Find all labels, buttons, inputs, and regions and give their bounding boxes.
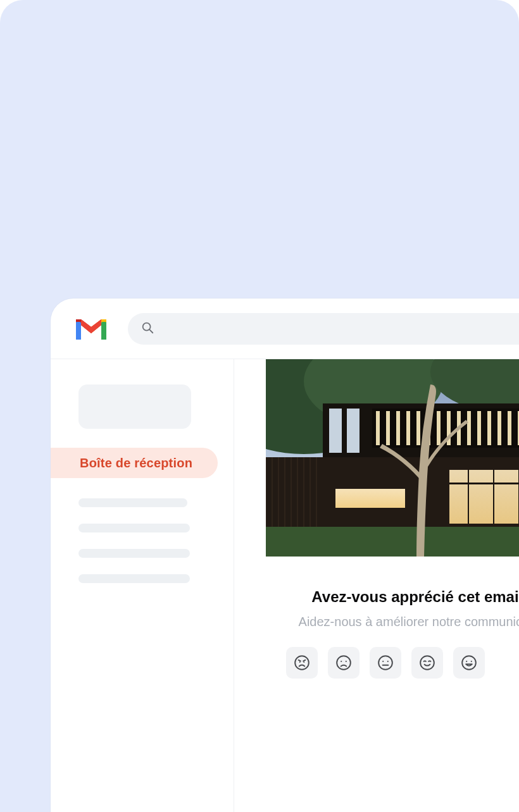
sidebar-placeholder-items	[51, 498, 234, 583]
svg-rect-25	[335, 489, 405, 508]
rating-neutral-button[interactable]	[370, 647, 401, 679]
face-angry-icon	[294, 655, 310, 671]
sidebar-item-placeholder[interactable]	[78, 549, 190, 558]
svg-rect-36	[386, 411, 390, 445]
svg-rect-32	[449, 483, 519, 484]
svg-rect-26	[449, 470, 519, 524]
topbar	[51, 298, 519, 359]
rating-very-good-button[interactable]	[453, 647, 485, 679]
sidebar-nav: Boîte de réception	[51, 448, 234, 583]
sidebar-item-placeholder[interactable]	[78, 498, 187, 507]
gmail-logo-icon	[73, 316, 109, 342]
rating-very-bad-button[interactable]	[286, 647, 318, 679]
svg-rect-39	[416, 411, 420, 445]
svg-rect-52	[347, 409, 360, 453]
sidebar-item-inbox[interactable]: Boîte de réception	[51, 448, 218, 478]
svg-rect-47	[497, 411, 501, 445]
svg-point-58	[337, 656, 351, 670]
sidebar: Boîte de réception	[51, 359, 234, 812]
search-input[interactable]	[163, 322, 519, 335]
face-happy-icon	[419, 655, 435, 671]
email-hero-image	[266, 359, 519, 557]
svg-point-56	[299, 661, 301, 663]
svg-rect-37	[396, 411, 400, 445]
svg-line-55	[303, 660, 305, 661]
face-neutral-icon	[377, 655, 394, 671]
sidebar-item-label: Boîte de réception	[80, 456, 192, 471]
compose-button-placeholder[interactable]	[78, 384, 191, 429]
search-icon	[141, 321, 154, 337]
rating-good-button[interactable]	[411, 647, 443, 679]
svg-point-67	[466, 661, 467, 662]
svg-rect-38	[406, 411, 410, 445]
svg-point-57	[303, 661, 304, 663]
app-body: Boîte de réception	[51, 359, 519, 812]
email-content: Avez-vous apprécié cet email ? Aidez-nou…	[266, 557, 519, 679]
feedback-face-row	[266, 647, 519, 679]
svg-rect-14	[266, 524, 519, 557]
svg-rect-51	[329, 409, 342, 453]
svg-rect-46	[487, 411, 491, 445]
svg-marker-7	[81, 319, 101, 333]
svg-rect-41	[437, 411, 441, 445]
search-bar[interactable]	[128, 313, 519, 345]
svg-point-61	[378, 656, 392, 670]
svg-rect-5	[76, 322, 81, 340]
mail-app-window: Boîte de réception	[51, 298, 519, 812]
feedback-question-title: Avez-vous apprécié cet email ?	[266, 588, 519, 606]
svg-point-60	[346, 661, 347, 662]
svg-point-53	[295, 656, 309, 670]
svg-line-9	[149, 329, 153, 333]
svg-rect-6	[101, 322, 106, 340]
svg-rect-35	[376, 411, 380, 445]
page-background: Boîte de réception	[0, 0, 519, 812]
svg-point-59	[341, 661, 342, 662]
svg-point-63	[387, 661, 389, 662]
email-card: Avez-vous apprécié cet email ? Aidez-nou…	[266, 359, 519, 679]
face-grin-icon	[461, 655, 477, 671]
face-sad-icon	[335, 655, 352, 671]
svg-point-66	[462, 656, 476, 670]
svg-rect-44	[467, 411, 471, 445]
sidebar-item-placeholder[interactable]	[78, 574, 190, 583]
feedback-question-subtitle: Aidez-nous à améliorer notre communicati…	[266, 615, 519, 629]
svg-rect-48	[508, 411, 511, 445]
email-pane: Avez-vous apprécié cet email ? Aidez-nou…	[234, 359, 519, 812]
svg-point-65	[420, 656, 434, 670]
svg-point-68	[471, 661, 472, 662]
sidebar-item-placeholder[interactable]	[78, 524, 190, 532]
svg-point-62	[382, 661, 384, 662]
svg-line-54	[299, 660, 301, 661]
svg-rect-45	[477, 411, 481, 445]
rating-bad-button[interactable]	[328, 647, 360, 679]
